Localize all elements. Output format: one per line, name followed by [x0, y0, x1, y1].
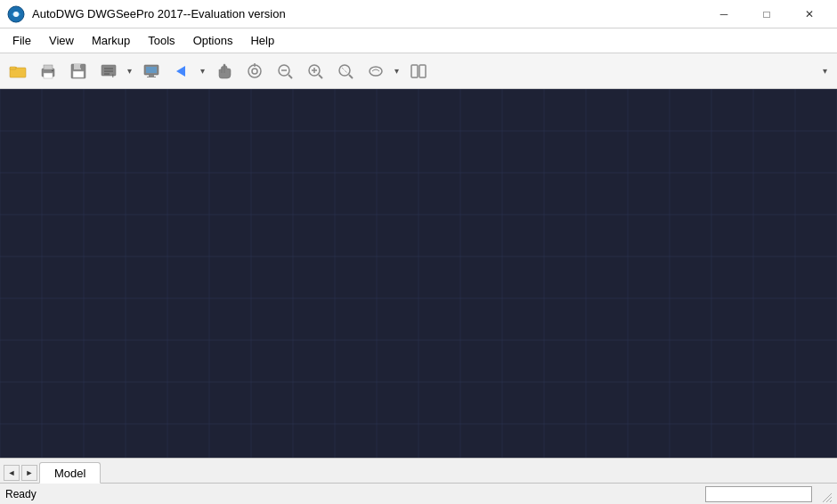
print-button[interactable] — [34, 57, 62, 85]
status-text: Ready — [5, 488, 705, 500]
toolbar: i ▾ ▾ — [0, 53, 837, 89]
minimize-button[interactable]: ─ — [703, 2, 744, 27]
menu-bar: File View Markup Tools Options Help — [0, 28, 837, 53]
close-button[interactable]: ✕ — [789, 2, 830, 27]
coordinate-display — [705, 486, 812, 502]
svg-rect-8 — [52, 70, 53, 71]
svg-point-23 — [248, 65, 261, 77]
toolbar-overflow-button[interactable]: ▾ — [816, 57, 833, 85]
markup-button[interactable] — [362, 57, 390, 85]
zoom-in-button[interactable] — [301, 57, 329, 85]
pan-button[interactable] — [210, 57, 239, 85]
window-controls: ─ □ ✕ — [703, 2, 830, 27]
navigate-dropdown[interactable]: ▾ — [167, 57, 208, 85]
svg-rect-6 — [44, 65, 53, 69]
title-bar: AutoDWG DWGSeePro 2017--Evaluation versi… — [0, 0, 837, 28]
svg-marker-22 — [176, 66, 185, 77]
tab-next-button[interactable]: ► — [21, 465, 37, 481]
info-dropdown-arrow[interactable]: ▾ — [123, 57, 135, 85]
svg-rect-11 — [73, 71, 84, 77]
svg-point-36 — [370, 67, 382, 76]
svg-rect-4 — [10, 67, 16, 69]
svg-rect-12 — [80, 64, 82, 68]
tab-model[interactable]: Model — [39, 462, 101, 484]
canvas-area — [0, 89, 837, 458]
menu-file[interactable]: File — [4, 30, 40, 51]
status-right — [705, 486, 832, 502]
navigate-button[interactable] — [167, 57, 196, 85]
svg-rect-19 — [146, 67, 157, 73]
app-icon — [7, 5, 25, 23]
svg-rect-7 — [44, 73, 53, 78]
svg-rect-21 — [147, 77, 156, 77]
svg-line-28 — [288, 75, 292, 78]
markup-dropdown-arrow[interactable]: ▾ — [390, 57, 402, 85]
menu-view[interactable]: View — [40, 30, 83, 51]
svg-rect-37 — [411, 65, 418, 77]
zoom-out-button[interactable] — [271, 57, 299, 85]
svg-rect-38 — [419, 65, 426, 77]
info-button[interactable]: i — [94, 57, 123, 85]
maximize-button[interactable]: □ — [746, 2, 787, 27]
drawing-canvas — [0, 89, 837, 458]
svg-line-32 — [319, 75, 322, 78]
info-dropdown[interactable]: i ▾ — [94, 57, 135, 85]
svg-line-41 — [830, 500, 832, 502]
window-title: AutoDWG DWGSeePro 2017--Evaluation versi… — [32, 7, 703, 20]
menu-markup[interactable]: Markup — [83, 30, 139, 51]
display-button[interactable] — [137, 57, 166, 85]
svg-line-34 — [349, 75, 353, 78]
svg-point-24 — [252, 69, 257, 74]
open-button[interactable] — [4, 57, 32, 85]
menu-tools[interactable]: Tools — [139, 30, 183, 51]
resize-grip[interactable] — [816, 486, 832, 502]
tab-prev-button[interactable]: ◄ — [4, 465, 20, 481]
status-bar: Ready — [0, 483, 837, 504]
markup-dropdown[interactable]: ▾ — [362, 57, 402, 85]
menu-help[interactable]: Help — [241, 30, 283, 51]
svg-line-35 — [342, 68, 347, 73]
navigate-dropdown-arrow[interactable]: ▾ — [196, 57, 208, 85]
zoom-window-button[interactable] — [331, 57, 360, 85]
svg-rect-10 — [74, 64, 81, 69]
tab-bar: ◄ ► Model — [0, 458, 837, 483]
save-button[interactable] — [64, 57, 93, 85]
compare-button[interactable] — [404, 57, 433, 85]
realtime-pan-button[interactable] — [240, 57, 269, 85]
svg-point-1 — [13, 12, 19, 17]
menu-options[interactable]: Options — [184, 30, 242, 51]
